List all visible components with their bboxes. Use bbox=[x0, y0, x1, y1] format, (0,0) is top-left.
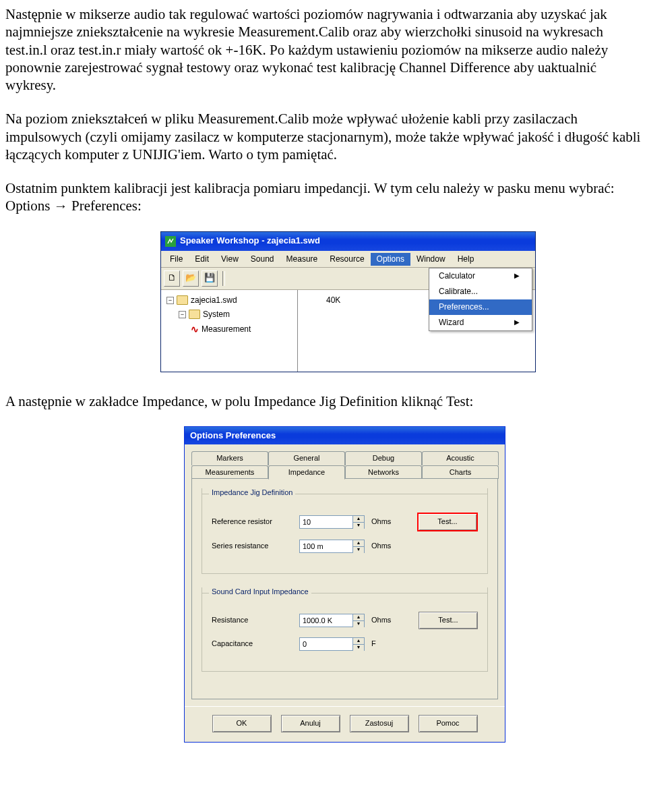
unit-ohms: Ohms bbox=[371, 616, 401, 625]
button-apply[interactable]: Zastosuj bbox=[350, 715, 409, 732]
options-wizard[interactable]: Wizard ▶ bbox=[429, 315, 532, 330]
spin-down-icon[interactable]: ▼ bbox=[353, 645, 364, 651]
menu-file[interactable]: File bbox=[164, 253, 189, 266]
label-reference-resistor: Reference resistor bbox=[212, 517, 292, 527]
spin-up-icon[interactable]: ▲ bbox=[353, 516, 364, 523]
menu-options[interactable]: Options bbox=[371, 253, 410, 266]
label-capacitance: Capacitance bbox=[212, 639, 292, 649]
folder-icon bbox=[189, 310, 200, 319]
tree-measurement[interactable]: ∿ Measurement bbox=[191, 324, 295, 336]
menubar: File Edit View Sound Measure Resource Op… bbox=[161, 251, 535, 268]
paragraph-3: Ostatnim punktem kalibracji jest kalibra… bbox=[5, 179, 642, 215]
options-preferences-window: Options Preferences Markers General Debu… bbox=[184, 426, 505, 743]
tab-general[interactable]: General bbox=[268, 451, 345, 465]
menu-view[interactable]: View bbox=[215, 253, 245, 266]
tab-markers[interactable]: Markers bbox=[191, 451, 268, 465]
menu-resource[interactable]: Resource bbox=[324, 253, 370, 266]
menu-sound[interactable]: Sound bbox=[245, 253, 280, 266]
tree-system-label: System bbox=[203, 310, 230, 320]
tab-debug[interactable]: Debug bbox=[345, 451, 422, 465]
row-reference-resistor: Reference resistor ▲▼ Ohms Test... bbox=[212, 513, 478, 531]
tree-collapse-icon[interactable]: − bbox=[166, 297, 174, 304]
row-capacitance: Capacitance ▲▼ F bbox=[212, 637, 478, 651]
prefs-body: Markers General Debug Acoustic Measureme… bbox=[185, 444, 505, 707]
toolbar-open-icon[interactable]: 📂 bbox=[183, 270, 199, 287]
prefs-title-text: Options Preferences bbox=[190, 430, 276, 441]
unit-ohms: Ohms bbox=[371, 517, 401, 527]
project-tree[interactable]: − zajecia1.swd − System ∿ Measurement bbox=[161, 290, 298, 372]
unit-ohms: Ohms bbox=[371, 542, 401, 551]
spin-down-icon[interactable]: ▼ bbox=[353, 621, 364, 627]
app-icon bbox=[165, 236, 176, 247]
menu-window[interactable]: Window bbox=[410, 253, 452, 266]
options-dropdown: Calculator ▶ Calibrate... Preferences...… bbox=[429, 268, 532, 331]
tab-panel-impedance: Impedance Jig Definition Reference resis… bbox=[191, 478, 498, 699]
paragraph-2: Na poziom zniekształceń w pliku Measurem… bbox=[5, 110, 642, 163]
group-soundcard-impedance: Sound Card Input Impedance Resistance ▲▼… bbox=[202, 587, 488, 672]
tree-system[interactable]: − System bbox=[179, 310, 295, 320]
tabstrip: Markers General Debug Acoustic Measureme… bbox=[191, 451, 498, 480]
submenu-arrow-icon: ▶ bbox=[514, 272, 520, 281]
tree-root[interactable]: − zajecia1.swd bbox=[166, 295, 295, 306]
tab-measurements[interactable]: Measurements bbox=[191, 465, 268, 480]
spin-up-icon[interactable]: ▲ bbox=[353, 638, 364, 645]
spin-buttons[interactable]: ▲▼ bbox=[352, 637, 365, 651]
tree-measurement-label: Measurement bbox=[202, 324, 251, 335]
options-calibrate-label: Calibrate... bbox=[439, 287, 478, 297]
input-reference-resistor[interactable] bbox=[299, 515, 352, 529]
unit-farad: F bbox=[371, 639, 401, 649]
tab-acoustic[interactable]: Acoustic bbox=[422, 451, 499, 465]
button-help[interactable]: Pomoc bbox=[419, 715, 478, 732]
menu-edit[interactable]: Edit bbox=[189, 253, 215, 266]
tab-charts[interactable]: Charts bbox=[422, 465, 499, 480]
button-test-jig[interactable]: Test... bbox=[417, 513, 478, 531]
tab-networks[interactable]: Networks bbox=[345, 465, 422, 480]
submenu-arrow-icon: ▶ bbox=[514, 318, 520, 327]
waveform-icon: ∿ bbox=[191, 324, 199, 336]
options-calibrate[interactable]: Calibrate... bbox=[429, 284, 532, 299]
options-calculator-label: Calculator bbox=[439, 271, 475, 281]
options-calculator[interactable]: Calculator ▶ bbox=[429, 268, 532, 284]
button-test-soundcard[interactable]: Test... bbox=[419, 612, 478, 629]
spin-resistance[interactable]: ▲▼ bbox=[299, 614, 365, 627]
options-wizard-label: Wizard bbox=[439, 318, 464, 328]
input-series-resistance[interactable] bbox=[299, 540, 352, 553]
paragraph-4: A następnie w zakładce Impedance, w polu… bbox=[5, 393, 642, 410]
spin-up-icon[interactable]: ▲ bbox=[353, 540, 364, 547]
toolbar-separator bbox=[222, 271, 225, 286]
input-resistance[interactable] bbox=[299, 614, 352, 627]
label-resistance: Resistance bbox=[212, 616, 292, 625]
button-cancel[interactable]: Anuluj bbox=[281, 715, 340, 732]
spin-buttons[interactable]: ▲▼ bbox=[352, 540, 365, 553]
group-impedance-jig-legend: Impedance Jig Definition bbox=[209, 488, 295, 498]
spin-buttons[interactable]: ▲▼ bbox=[352, 515, 365, 529]
tab-impedance[interactable]: Impedance bbox=[268, 465, 345, 480]
toolbar-new-icon[interactable]: 🗋 bbox=[164, 270, 180, 287]
spin-up-icon[interactable]: ▲ bbox=[353, 614, 364, 621]
folder-icon bbox=[177, 295, 188, 305]
spin-buttons[interactable]: ▲▼ bbox=[352, 614, 365, 627]
spin-down-icon[interactable]: ▼ bbox=[353, 547, 364, 553]
options-preferences[interactable]: Preferences... bbox=[429, 299, 532, 315]
toolbar-save-icon[interactable]: 💾 bbox=[202, 270, 218, 287]
toolbar: 🗋 📂 💾 Calculator ▶ Calibrate... Preferen… bbox=[161, 268, 535, 290]
spin-capacitance[interactable]: ▲▼ bbox=[299, 637, 365, 651]
button-ok[interactable]: OK bbox=[212, 715, 272, 732]
paragraph-1: Następnie w mikserze audio tak regulować… bbox=[5, 5, 642, 94]
options-preferences-label: Preferences... bbox=[439, 302, 489, 312]
label-series-resistance: Series resistance bbox=[212, 542, 292, 551]
speaker-workshop-window: Speaker Workshop - zajecia1.swd File Edi… bbox=[160, 231, 536, 372]
prefs-titlebar[interactable]: Options Preferences bbox=[185, 427, 505, 444]
menu-help[interactable]: Help bbox=[452, 253, 481, 266]
spin-reference-resistor[interactable]: ▲▼ bbox=[299, 515, 365, 529]
menu-measure[interactable]: Measure bbox=[280, 253, 324, 266]
tree-collapse-icon[interactable]: − bbox=[179, 311, 186, 318]
spin-down-icon[interactable]: ▼ bbox=[353, 523, 364, 529]
row-series-resistance: Series resistance ▲▼ Ohms bbox=[212, 540, 478, 553]
row-resistance: Resistance ▲▼ Ohms Test... bbox=[212, 612, 478, 629]
group-soundcard-legend: Sound Card Input Impedance bbox=[209, 587, 311, 597]
window-titlebar[interactable]: Speaker Workshop - zajecia1.swd bbox=[161, 232, 535, 251]
spin-series-resistance[interactable]: ▲▼ bbox=[299, 540, 365, 553]
input-capacitance[interactable] bbox=[299, 637, 352, 651]
prefs-footer: OK Anuluj Zastosuj Pomoc bbox=[185, 706, 505, 742]
